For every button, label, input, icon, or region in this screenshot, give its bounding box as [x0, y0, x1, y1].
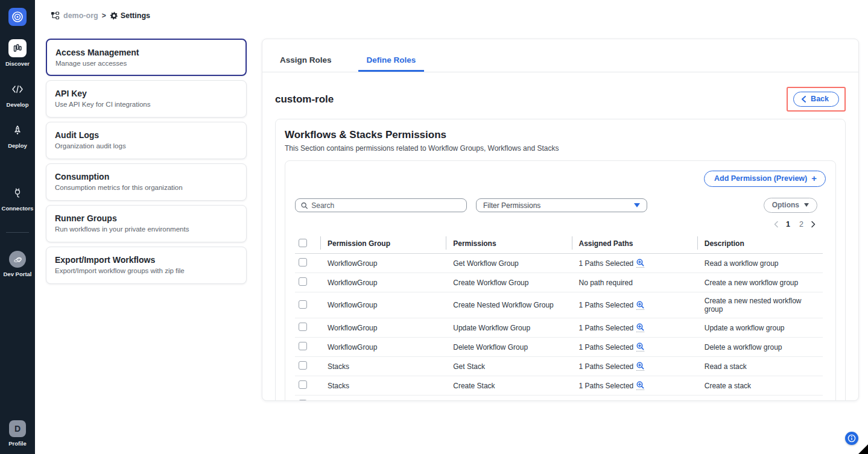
sidebar-item-connectors[interactable]: Connectors [2, 184, 34, 212]
filter-permissions-dropdown[interactable]: Filter Permissions [476, 198, 647, 212]
assigned-paths-text: 1 Paths Selected [579, 382, 634, 390]
cell-permission: Delete Workflow Group [446, 338, 571, 357]
help-button[interactable] [845, 432, 858, 445]
cell-description: Read a workflow group [697, 254, 823, 273]
view-paths-button[interactable] [636, 381, 644, 390]
settings-card-api-key[interactable]: API Key Use API Key for CI integrations [46, 80, 247, 118]
settings-card-audit-logs[interactable]: Audit Logs Organization audit logs [46, 122, 247, 159]
card-subtitle: Consumption metrics for this organizatio… [55, 184, 238, 191]
cell-description: Create a stack [697, 376, 823, 396]
settings-card-consumption[interactable]: Consumption Consumption metrics for this… [46, 163, 247, 201]
sidebar-item-deploy[interactable]: Deploy [8, 121, 27, 149]
cell-permission-group: WorkflowGroup [320, 292, 446, 318]
zoom-in-icon [636, 323, 644, 331]
cell-permission: Get Stack [446, 357, 571, 376]
row-checkbox[interactable] [299, 300, 307, 309]
row-checkbox[interactable] [299, 258, 307, 266]
permissions-card: Add Permission (Preview) + Filter Permis… [285, 160, 836, 401]
zoom-in-icon [636, 362, 644, 370]
view-paths-button[interactable] [636, 342, 644, 352]
page-number-2[interactable]: 2 [797, 220, 805, 229]
cell-permission-group: WorkflowGroup [320, 318, 446, 338]
zoom-in-icon [636, 301, 644, 309]
cell-permission: Delete Stack [446, 396, 571, 402]
search-input[interactable] [311, 201, 461, 210]
card-title: Export/Import Workflows [55, 255, 238, 265]
cell-assigned-paths: No path required [572, 273, 697, 292]
view-paths-button[interactable] [636, 301, 644, 310]
sidebar-item-label: Dev Portal [4, 271, 32, 277]
cell-assigned-paths: 1 Paths Selected [572, 376, 697, 396]
pagination: 1 2 [295, 220, 816, 229]
cell-description: Create a new nested workflow group [697, 292, 823, 318]
column-header-permission-group: Permission Group [320, 235, 446, 254]
back-button-highlight: Back [787, 87, 846, 112]
mouse-cursor [858, 444, 868, 454]
row-checkbox[interactable] [299, 277, 307, 286]
table-row: WorkflowGroupUpdate Workflow Group1 Path… [295, 318, 823, 338]
zoom-in-icon [636, 259, 644, 266]
tab-assign-roles[interactable]: Assign Roles [271, 52, 340, 72]
row-checkbox[interactable] [299, 400, 307, 401]
assigned-paths-text: 1 Paths Selected [579, 401, 634, 402]
filter-permissions-label: Filter Permissions [483, 201, 540, 210]
search-field[interactable] [295, 198, 467, 212]
card-subtitle: Export/Import workflow groups with zip f… [55, 267, 238, 274]
column-header-permissions: Permissions [446, 235, 571, 254]
chevron-left-icon [801, 96, 806, 102]
cell-assigned-paths: 1 Paths Selected [572, 318, 697, 338]
sidebar-item-label: Profile [8, 440, 27, 447]
back-button[interactable]: Back [793, 92, 839, 107]
chevron-down-icon [634, 203, 640, 207]
main-panel: Assign Roles Define Roles custom-role Ba… [262, 39, 859, 401]
card-title: Runner Groups [55, 213, 238, 223]
options-button[interactable]: Options [764, 198, 817, 213]
cell-assigned-paths: 1 Paths Selected [572, 254, 697, 273]
add-permission-label: Add Permission (Preview) [714, 174, 807, 183]
tab-define-roles[interactable]: Define Roles [358, 52, 425, 72]
section-subtitle: This Section contains permissions relate… [285, 144, 836, 153]
page-number-1[interactable]: 1 [784, 220, 792, 229]
sidebar-item-profile[interactable]: D Profile [8, 420, 27, 447]
avatar: D [9, 420, 26, 437]
settings-card-export-import-workflows[interactable]: Export/Import Workflows Export/Import wo… [46, 247, 247, 284]
table-row: WorkflowGroupDelete Workflow Group1 Path… [295, 338, 823, 357]
view-paths-button[interactable] [636, 323, 644, 332]
sidebar-item-discover[interactable]: Discover [5, 39, 30, 67]
sidebar-item-label: Connectors [2, 205, 34, 212]
breadcrumb-org[interactable]: demo-org [63, 11, 98, 20]
table-row: WorkflowGroupCreate Nested Workflow Grou… [295, 292, 823, 318]
cell-assigned-paths: 1 Paths Selected [572, 396, 697, 402]
zoom-in-icon [636, 400, 644, 401]
sidebar-item-dev-portal[interactable]: Dev Portal [4, 251, 32, 277]
table-row: StacksGet Stack1 Paths SelectedRead a st… [295, 357, 823, 376]
cell-permission-group: WorkflowGroup [320, 273, 446, 292]
sidebar-item-develop[interactable]: Develop [7, 80, 29, 108]
previous-page-button[interactable] [773, 221, 779, 228]
row-checkbox[interactable] [299, 323, 307, 331]
row-checkbox[interactable] [299, 361, 307, 370]
settings-card-runner-groups[interactable]: Runner Groups Run workflows in your priv… [46, 205, 247, 242]
app-logo-icon[interactable] [8, 8, 27, 26]
cell-permission-group: Stacks [320, 357, 446, 376]
view-paths-button[interactable] [636, 362, 644, 371]
assigned-paths-text: 1 Paths Selected [579, 362, 634, 371]
sidebar-item-label: Deploy [8, 142, 27, 149]
select-all-checkbox[interactable] [299, 239, 307, 247]
cell-permission: Create Stack [446, 376, 571, 396]
assigned-paths-text: 1 Paths Selected [579, 324, 634, 332]
card-subtitle: Organization audit logs [55, 142, 238, 150]
zoom-in-icon [636, 381, 644, 389]
add-permission-button[interactable]: Add Permission (Preview) + [704, 171, 826, 187]
settings-nav: Access Management Manage user accesses A… [46, 39, 247, 284]
search-icon [301, 202, 308, 209]
chevron-right-icon [811, 221, 816, 228]
row-checkbox[interactable] [299, 342, 307, 350]
next-page-button[interactable] [811, 221, 816, 228]
row-checkbox[interactable] [299, 380, 307, 389]
card-title: Access Management [55, 48, 237, 57]
view-paths-button[interactable] [636, 400, 644, 401]
filters-row: Filter Permissions Options [295, 198, 826, 213]
settings-card-access-management[interactable]: Access Management Manage user accesses [46, 39, 247, 76]
view-paths-button[interactable] [636, 259, 644, 268]
